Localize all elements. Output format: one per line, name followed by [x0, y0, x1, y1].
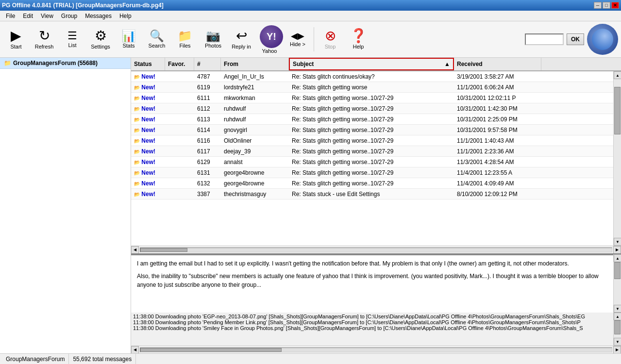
ok-input[interactable] [525, 33, 564, 45]
status-label: New! [141, 105, 155, 112]
table-row[interactable]: 📂 New! 6112 ruhdwulf Re: Stats glitch ge… [131, 103, 613, 114]
settings-button[interactable]: ⚙ Settings [87, 24, 114, 55]
preview-scrollbar[interactable]: ▲ ▼ [613, 254, 621, 313]
start-button[interactable]: ▶ Start [3, 24, 29, 55]
log-scroll-thumb[interactable] [614, 320, 621, 334]
table-row[interactable]: 📂 New! 6132 george4browne Re: Stats glit… [131, 178, 613, 189]
reply-button[interactable]: ↩ Reply in [228, 24, 254, 55]
cell-favor [165, 182, 194, 184]
maximize-button[interactable]: □ [603, 2, 610, 9]
cell-from: george4browne [221, 179, 289, 188]
table-row[interactable]: 📂 New! 6114 gnovygirl Re: Stats glitch g… [131, 125, 613, 135]
photos-icon: 📷 [206, 30, 220, 42]
log-scrollbar[interactable]: ▲ ▼ [613, 313, 621, 346]
menu-messages[interactable]: Messages [81, 12, 116, 20]
folder-icon: 📂 [134, 181, 140, 186]
table-row[interactable]: 📂 New! 6129 annalst Re: Stats glitch get… [131, 157, 613, 167]
cell-from: mkworkman [221, 94, 289, 102]
table-row[interactable]: 📂 New! 3387 thechristmasguy Re: Stats st… [131, 189, 613, 199]
log-hscroll-right[interactable]: ▶ [613, 346, 621, 354]
list-button[interactable]: ☰ List [59, 24, 85, 55]
col-favor[interactable]: Favor. [165, 58, 194, 70]
scroll-thumb[interactable] [614, 87, 621, 134]
log-line: 11:38:00 Downloading photo 'Pending Memb… [133, 319, 611, 325]
sidebar-group-item[interactable]: 📁 GroupManagersForum (55688) [0, 58, 131, 69]
status-label: New! [141, 95, 155, 101]
menu-help[interactable]: Help [116, 12, 135, 20]
cell-favor [165, 129, 194, 131]
menu-view[interactable]: View [37, 12, 57, 20]
menu-edit[interactable]: Edit [19, 12, 37, 20]
hscroll-left-button[interactable]: ◀ [131, 246, 139, 254]
list-icon: ☰ [67, 31, 77, 41]
files-button[interactable]: 📁 Files [172, 24, 198, 55]
minimize-button[interactable]: ─ [594, 2, 602, 9]
yahoo-logo: Y! [260, 25, 283, 48]
cell-num: 6113 [194, 115, 221, 124]
cell-status: 📂 New! [131, 126, 165, 134]
preview-scroll-down[interactable]: ▼ [614, 305, 621, 313]
cell-num: 3387 [194, 190, 221, 199]
cell-from: Angel_In_Ur_Is [221, 72, 289, 81]
folder-icon: 📂 [134, 117, 140, 122]
ok-button[interactable]: OK [567, 33, 584, 45]
folder-icon: 📂 [134, 170, 140, 176]
table-row[interactable]: 📂 New! 6116 OldOnliner Re: Stats glitch … [131, 135, 613, 146]
folder-icon: 📁 [4, 60, 11, 66]
refresh-button[interactable]: ↻ Refresh [31, 24, 57, 55]
folder-icon: 📂 [134, 106, 140, 112]
menu-group[interactable]: Group [57, 12, 81, 20]
log-scroll-up[interactable]: ▲ [614, 313, 621, 320]
col-subject[interactable]: Subject ▲ [289, 58, 454, 70]
cell-received: 11/4/2001 12:23:55 A [454, 168, 541, 177]
scroll-down-button[interactable]: ▼ [614, 238, 621, 246]
table-row[interactable]: 📂 New! 6131 george4browne Re: Stats glit… [131, 167, 613, 178]
table-row[interactable]: 📂 New! 6119 lordstryfe21 Re: Stats glitc… [131, 82, 613, 93]
stats-button[interactable]: 📊 Stats [116, 24, 142, 55]
cell-from: deejay_39 [221, 147, 289, 156]
email-scrollbar[interactable]: ▲ ▼ [613, 71, 621, 246]
col-from[interactable]: From [221, 58, 289, 70]
table-row[interactable]: 📂 New! 4787 Angel_In_Ur_Is Re: Stats gli… [131, 71, 613, 82]
table-row[interactable]: 📂 New! 6111 mkworkman Re: Stats glitch g… [131, 93, 613, 103]
preview-scroll-up[interactable]: ▲ [614, 254, 621, 262]
photos-button[interactable]: 📷 Photos [200, 24, 226, 55]
stop-button[interactable]: ⊗ Stop [317, 24, 343, 55]
log-hscroll-left[interactable]: ◀ [131, 346, 139, 354]
cell-favor [165, 150, 194, 152]
scroll-up-button[interactable]: ▲ [614, 71, 621, 79]
hide-button[interactable]: ◀▶ Hide > [285, 24, 311, 55]
col-received[interactable]: Received [454, 58, 541, 70]
table-row[interactable]: 📂 New! 6113 ruhdwulf Re: Stats glitch ge… [131, 114, 613, 125]
menu-file[interactable]: File [2, 12, 19, 20]
status-label: New! [141, 116, 155, 123]
hscroll-right-button[interactable]: ▶ [613, 246, 621, 254]
col-num[interactable]: # [194, 58, 221, 70]
email-list-container: 📂 New! 4787 Angel_In_Ur_Is Re: Stats gli… [131, 71, 621, 246]
hscroll-thumb[interactable] [140, 248, 187, 252]
close-button[interactable]: ✕ [611, 2, 619, 9]
cell-num: 4787 [194, 72, 221, 81]
folder-icon: 📂 [134, 74, 140, 80]
log-hscroll-thumb[interactable] [140, 348, 282, 352]
log-line: 11:38:00 Downloading photo 'Smiley Face … [133, 325, 611, 331]
col-status[interactable]: Status [131, 58, 165, 70]
sort-asc-icon: ▲ [444, 61, 450, 67]
help-button[interactable]: ❓ Help [345, 24, 371, 55]
hide-icon: ◀▶ [291, 32, 304, 40]
log-scroll-down[interactable]: ▼ [614, 338, 621, 346]
cell-subject: Re: Stats glitch getting worse..10/27-29 [289, 147, 454, 156]
cell-status: 📂 New! [131, 72, 165, 81]
cell-status: 📂 New! [131, 136, 165, 145]
log-hscroll: ◀ ▶ [131, 346, 621, 353]
cell-received: 11/3/2001 4:28:54 AM [454, 158, 541, 166]
status-label: New! [141, 191, 155, 198]
preview-scroll-thumb[interactable] [614, 262, 621, 279]
cell-favor [165, 172, 194, 174]
cell-num: 6116 [194, 136, 221, 145]
table-row[interactable]: 📂 New! 6117 deejay_39 Re: Stats glitch g… [131, 146, 613, 157]
yahoo-button[interactable]: Y! Yahoo [256, 24, 283, 55]
search-icon: 🔍 [150, 30, 164, 42]
search-button[interactable]: 🔍 Search [144, 24, 170, 55]
cell-num: 6129 [194, 158, 221, 166]
